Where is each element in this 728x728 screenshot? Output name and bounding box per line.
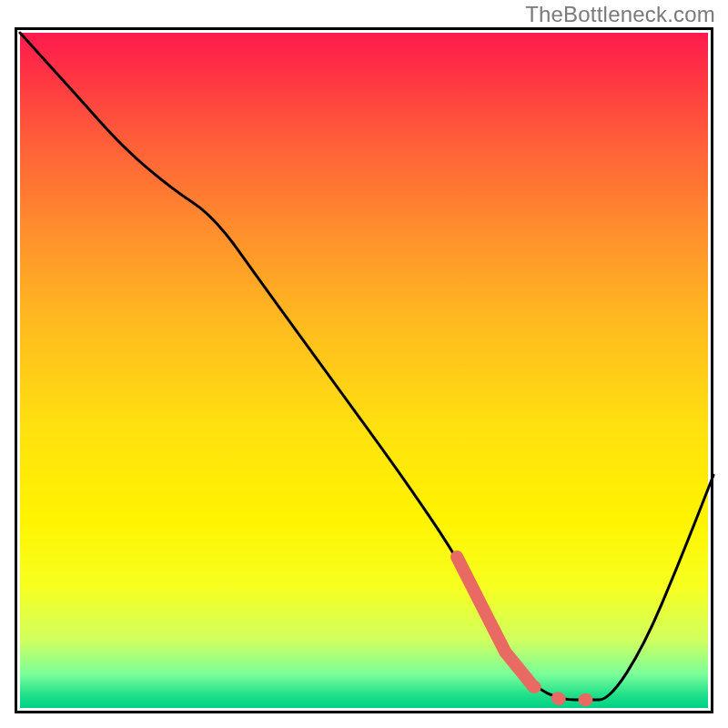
curve-highlight	[457, 557, 533, 686]
attribution-label: TheBottleneck.com	[525, 2, 715, 27]
axes-frame	[15, 27, 713, 713]
chart-container: TheBottleneck.com	[0, 0, 728, 728]
curve-main	[20, 33, 713, 700]
plot-area	[15, 27, 713, 713]
bottleneck-curve	[20, 33, 713, 713]
